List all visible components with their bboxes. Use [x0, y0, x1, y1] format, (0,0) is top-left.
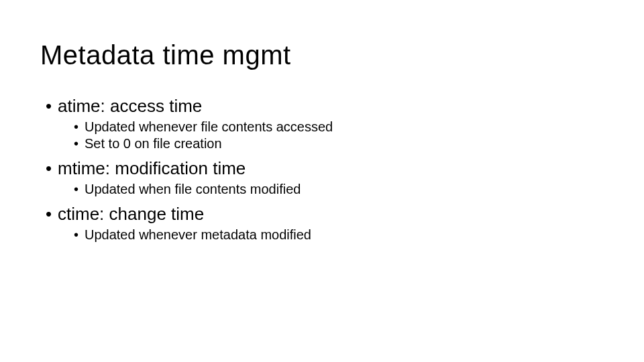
- bullet-icon: •: [46, 158, 58, 179]
- list-subitem: •Updated when file contents modified: [40, 182, 644, 197]
- list-group-atime: •atime: access time •Updated whenever fi…: [40, 96, 644, 152]
- bullet-icon: •: [74, 182, 85, 197]
- list-subitem-text: Updated whenever file contents accessed: [85, 119, 333, 134]
- list-item-text: ctime: change time: [58, 204, 204, 224]
- list-subitem: •Set to 0 on file creation: [40, 136, 644, 152]
- bullet-icon: •: [74, 119, 85, 135]
- list-subitem-text: Set to 0 on file creation: [85, 136, 222, 151]
- bullet-icon: •: [46, 96, 58, 117]
- list-item-text: mtime: modification time: [58, 158, 246, 178]
- list-subitem: •Updated whenever file contents accessed: [40, 119, 644, 135]
- list-group-ctime: •ctime: change time •Updated whenever me…: [40, 204, 644, 243]
- slide-title: Metadata time mgmt: [40, 40, 644, 70]
- list-item-text: atime: access time: [58, 96, 202, 116]
- bullet-icon: •: [74, 227, 85, 243]
- list-group-mtime: •mtime: modification time •Updated when …: [40, 158, 644, 197]
- list-subitem-text: Updated whenever metadata modified: [85, 227, 311, 242]
- list-subitem: •Updated whenever metadata modified: [40, 227, 644, 243]
- bullet-icon: •: [46, 204, 58, 225]
- list-subitem-text: Updated when file contents modified: [85, 182, 301, 196]
- list-item: •atime: access time: [40, 96, 644, 117]
- list-item: •mtime: modification time: [40, 158, 644, 179]
- list-item: •ctime: change time: [40, 204, 644, 225]
- bullet-icon: •: [74, 136, 85, 152]
